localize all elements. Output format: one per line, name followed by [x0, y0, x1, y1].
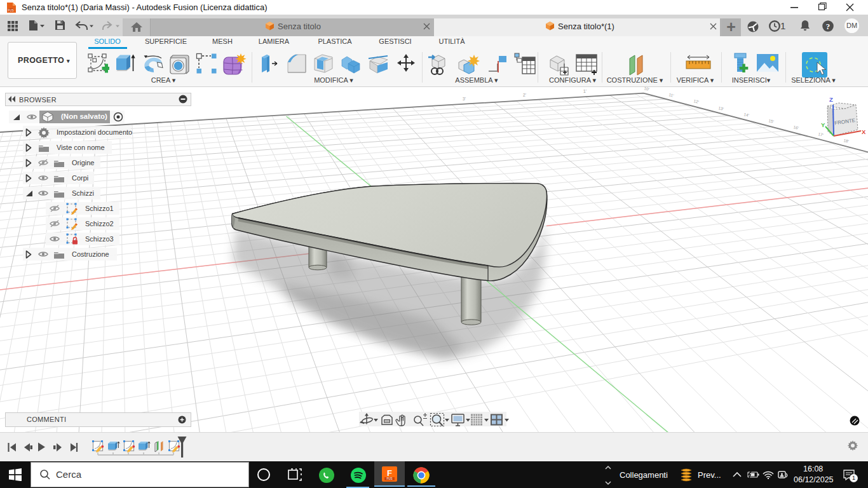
svg-text:12': 12': [693, 98, 700, 104]
svg-text:15': 15': [768, 118, 775, 124]
svg-text:18': 18': [843, 138, 850, 144]
svg-text:13': 13': [718, 105, 724, 111]
svg-text:Z: Z: [829, 96, 833, 103]
svg-text:F: F: [387, 468, 392, 478]
svg-text:3': 3': [463, 97, 466, 101]
svg-text:10': 10': [644, 86, 650, 92]
svg-text:14': 14': [743, 112, 750, 118]
svg-text:1': 1': [583, 89, 587, 93]
svg-text:16': 16': [793, 125, 799, 130]
svg-text:FUS: FUS: [387, 477, 393, 480]
svg-text:17': 17': [818, 132, 824, 137]
svg-text:11': 11': [668, 92, 674, 98]
svg-text:Y: Y: [821, 121, 825, 128]
svg-text:X: X: [862, 128, 866, 135]
svg-text:2': 2': [523, 93, 527, 97]
